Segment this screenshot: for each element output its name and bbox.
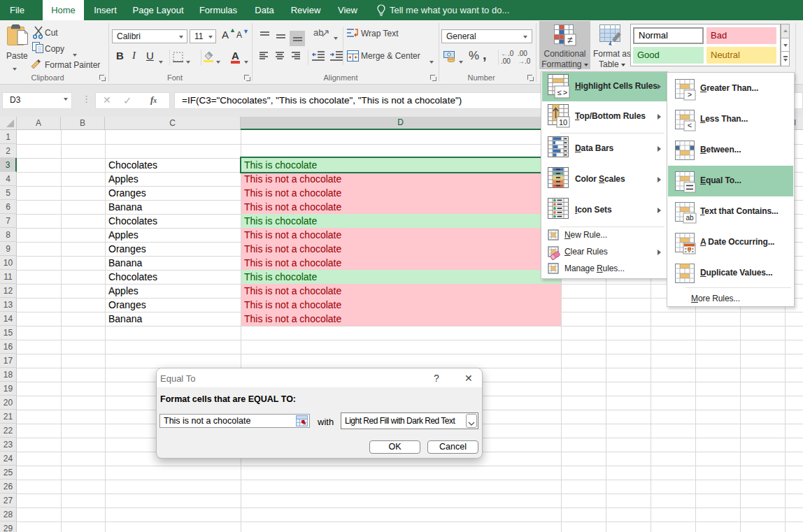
svg-text:<: <	[688, 121, 692, 129]
svg-text:ab: ab	[685, 214, 694, 222]
svg-text:>: >	[563, 88, 567, 96]
svg-text:≤: ≤	[557, 88, 561, 96]
svg-text:>: >	[688, 90, 692, 99]
svg-text:≠: ≠	[567, 34, 573, 45]
svg-text:10: 10	[559, 118, 567, 127]
